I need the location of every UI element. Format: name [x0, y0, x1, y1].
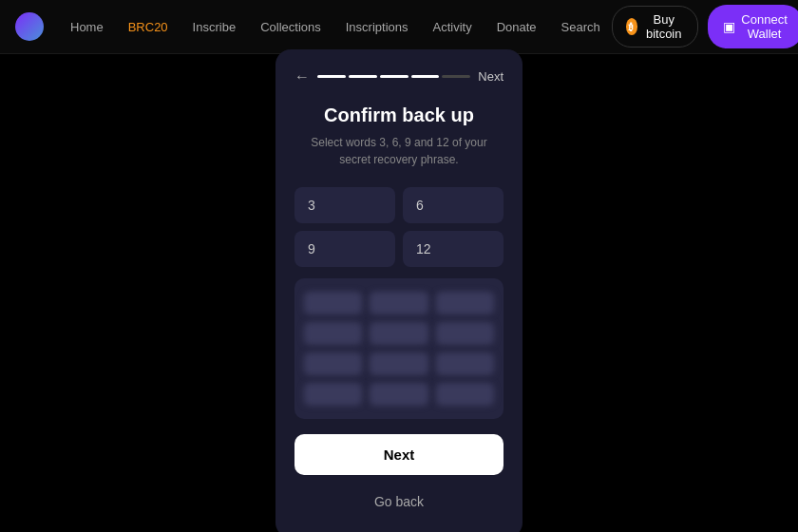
nav-links: Home BRC20 Inscribe Collections Inscript…	[59, 14, 612, 40]
card-title: Confirm back up	[294, 104, 504, 126]
progress-seg-2	[349, 75, 377, 78]
word-option-5[interactable]	[370, 322, 428, 345]
nav-inscribe[interactable]: Inscribe	[181, 14, 248, 40]
nav-logo	[15, 12, 44, 41]
word-slot-6[interactable]: 6	[403, 187, 504, 223]
word-option-6[interactable]	[436, 322, 494, 345]
progress-area: ← Next	[294, 68, 504, 86]
buy-bitcoin-button[interactable]: ₿ Buy bitcoin	[612, 6, 699, 48]
nav-right: ₿ Buy bitcoin ▣ Connect Wallet	[612, 5, 798, 48]
progress-seg-3	[380, 75, 408, 78]
go-back-button[interactable]: Go back	[294, 484, 504, 519]
buy-bitcoin-label: Buy bitcoin	[643, 12, 684, 41]
word-slot-9[interactable]: 9	[294, 231, 395, 267]
nav-donate[interactable]: Donate	[485, 14, 548, 40]
word-option-2[interactable]	[370, 292, 428, 314]
confirm-backup-card: ← Next Confirm back up Select words 3, 6…	[276, 49, 522, 533]
word-option-1[interactable]	[304, 292, 362, 314]
nav-home[interactable]: Home	[59, 14, 115, 40]
slot-6-number: 6	[416, 198, 424, 213]
word-slot-3[interactable]: 3	[294, 187, 395, 223]
word-slot-12[interactable]: 12	[403, 231, 504, 267]
navbar: Home BRC20 Inscribe Collections Inscript…	[0, 0, 798, 54]
word-option-4[interactable]	[304, 322, 362, 345]
card-subtitle: Select words 3, 6, 9 and 12 of your secr…	[294, 134, 504, 168]
word-options-container	[294, 278, 504, 419]
nav-activity[interactable]: Activity	[421, 14, 483, 40]
main-area: ← Next Confirm back up Select words 3, 6…	[0, 54, 798, 532]
word-option-8[interactable]	[370, 352, 428, 375]
nav-collections[interactable]: Collections	[249, 14, 332, 40]
word-option-10[interactable]	[304, 383, 362, 406]
connect-wallet-button[interactable]: ▣ Connect Wallet	[708, 5, 798, 48]
slot-12-number: 12	[416, 241, 431, 256]
word-option-3[interactable]	[436, 292, 494, 314]
progress-next-label[interactable]: Next	[478, 69, 504, 84]
nav-search[interactable]: Search	[550, 14, 612, 40]
progress-seg-1	[317, 75, 346, 78]
word-option-9[interactable]	[436, 352, 494, 375]
word-option-12[interactable]	[436, 383, 494, 406]
progress-seg-4	[411, 75, 440, 78]
progress-seg-5	[442, 75, 470, 78]
word-option-11[interactable]	[370, 383, 428, 406]
wallet-icon: ▣	[723, 19, 735, 34]
back-arrow-icon[interactable]: ←	[294, 68, 310, 86]
nav-brc20[interactable]: BRC20	[117, 14, 180, 40]
progress-segments	[317, 75, 470, 78]
slot-3-number: 3	[308, 198, 315, 213]
word-slots: 3 6 9 12	[294, 187, 504, 267]
slot-9-number: 9	[308, 241, 315, 256]
bitcoin-icon: ₿	[626, 18, 637, 35]
next-button[interactable]: Next	[294, 434, 504, 475]
connect-wallet-label: Connect Wallet	[741, 12, 787, 41]
word-options-grid	[304, 292, 494, 406]
word-option-7[interactable]	[304, 352, 362, 375]
nav-inscriptions[interactable]: Inscriptions	[334, 14, 420, 40]
